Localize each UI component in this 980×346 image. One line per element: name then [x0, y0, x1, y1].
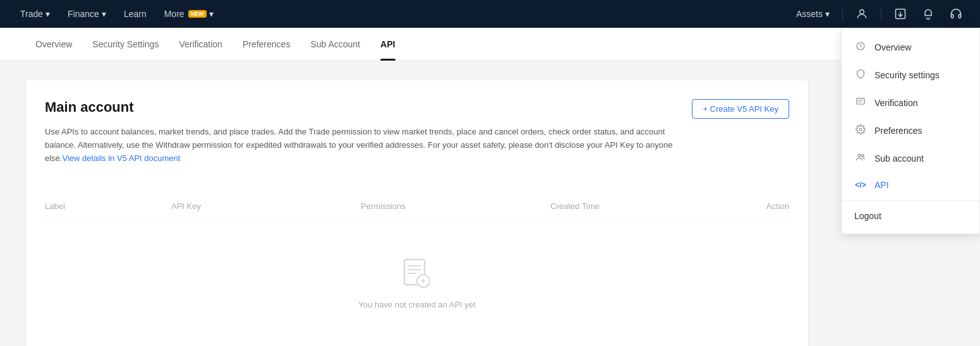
- user-dropdown-panel: Overview Security settings Verification …: [841, 28, 980, 234]
- download-icon-btn[interactable]: [889, 8, 912, 20]
- empty-state-icon: [399, 256, 435, 291]
- dropdown-divider: [842, 200, 979, 201]
- nav-more-badge: NEW: [188, 10, 207, 18]
- tab-verification-label: Verification: [179, 39, 222, 49]
- svg-point-13: [859, 128, 862, 131]
- tab-sub-account[interactable]: Sub Account: [300, 28, 370, 61]
- dropdown-api-label: API: [874, 180, 889, 190]
- overview-icon: [854, 41, 867, 54]
- empty-state-text: You have not created an API yet: [358, 300, 475, 309]
- assets-chevron-icon: ▾: [825, 9, 830, 19]
- card-top-row: Main account Use APIs to account balance…: [45, 99, 789, 180]
- api-card: Main account Use APIs to account balance…: [25, 80, 809, 346]
- tab-verification[interactable]: Verification: [169, 28, 232, 61]
- dropdown-overview-label: Overview: [874, 42, 911, 52]
- dropdown-preferences-label: Preferences: [874, 126, 922, 136]
- api-icon: </>: [854, 181, 867, 189]
- nav-learn-label: Learn: [124, 9, 147, 19]
- assets-label: Assets: [796, 9, 823, 19]
- col-action: Action: [727, 201, 789, 211]
- logout-button[interactable]: Logout: [842, 203, 979, 229]
- dropdown-verification-label: Verification: [874, 98, 917, 108]
- svg-rect-10: [857, 98, 864, 104]
- nav-more-label: More: [164, 9, 185, 19]
- user-icon: [856, 8, 868, 20]
- dropdown-security-label: Security settings: [874, 70, 940, 80]
- top-nav: Trade ▾ Finance ▾ Learn More NEW ▾ Asset…: [0, 0, 980, 28]
- card-desc: Use APIs to account balances, market tre…: [45, 126, 692, 165]
- subaccount-icon: [854, 152, 867, 165]
- tab-overview-label: Overview: [35, 39, 72, 49]
- svg-point-14: [858, 154, 861, 157]
- verification-icon: [854, 97, 867, 109]
- col-permissions: Permissions: [361, 201, 550, 211]
- card-left: Main account Use APIs to account balance…: [45, 99, 692, 180]
- tab-security-settings-label: Security Settings: [92, 39, 159, 49]
- nav-learn[interactable]: Learn: [116, 0, 154, 28]
- create-api-key-button[interactable]: + Create V5 API Key: [692, 99, 789, 119]
- card-title: Main account: [45, 99, 692, 116]
- dropdown-item-api[interactable]: </> API: [842, 172, 979, 198]
- dropdown-item-security[interactable]: Security settings: [842, 61, 979, 89]
- preferences-icon: [854, 124, 867, 137]
- tab-sub-account-label: Sub Account: [310, 39, 360, 49]
- table-header: Label API Key Permissions Created Time A…: [45, 195, 789, 218]
- user-icon-btn[interactable]: [850, 8, 873, 20]
- col-api-key: API Key: [171, 201, 361, 211]
- svg-point-15: [862, 155, 864, 157]
- assets-button[interactable]: Assets ▾: [791, 9, 835, 19]
- nav-trade-label: Trade: [20, 9, 43, 19]
- bell-icon-btn[interactable]: [917, 8, 940, 20]
- dropdown-item-subaccount[interactable]: Sub account: [842, 145, 979, 172]
- nav-divider-2: [881, 8, 881, 20]
- nav-trade[interactable]: Trade ▾: [13, 0, 57, 28]
- tab-api-label: API: [380, 39, 395, 49]
- top-nav-left: Trade ▾ Finance ▾ Learn More NEW ▾: [13, 0, 221, 28]
- more-chevron-icon: ▾: [209, 9, 214, 19]
- dropdown-subaccount-label: Sub account: [874, 153, 924, 164]
- dropdown-item-verification[interactable]: Verification: [842, 89, 979, 117]
- download-icon: [894, 8, 907, 20]
- tab-security-settings[interactable]: Security Settings: [82, 28, 169, 61]
- col-created-time: Created Time: [550, 201, 727, 211]
- tab-overview[interactable]: Overview: [25, 28, 82, 61]
- api-doc-link[interactable]: View details in V5 API document: [62, 153, 180, 163]
- tab-preferences-label: Preferences: [243, 39, 290, 49]
- security-icon: [854, 69, 867, 81]
- main-content: Main account Use APIs to account balance…: [0, 61, 834, 346]
- dropdown-item-preferences[interactable]: Preferences: [842, 117, 979, 145]
- finance-chevron-icon: ▾: [102, 9, 106, 19]
- secondary-nav: Overview Security Settings Verification …: [0, 28, 980, 61]
- api-doc-link-text: View details in V5 API document: [62, 153, 180, 163]
- nav-divider-1: [842, 8, 843, 20]
- top-nav-right: Assets ▾: [791, 8, 967, 20]
- nav-more[interactable]: More NEW ▾: [157, 0, 221, 28]
- tab-preferences[interactable]: Preferences: [233, 28, 300, 61]
- svg-point-0: [860, 9, 864, 14]
- headset-icon-btn[interactable]: [945, 8, 967, 20]
- bell-icon: [922, 8, 935, 20]
- tab-api[interactable]: API: [370, 28, 405, 61]
- col-label: Label: [45, 201, 171, 211]
- dropdown-item-overview[interactable]: Overview: [842, 33, 979, 61]
- empty-state: You have not created an API yet: [45, 218, 789, 335]
- nav-finance[interactable]: Finance ▾: [60, 0, 114, 28]
- headset-icon: [950, 8, 962, 20]
- nav-finance-label: Finance: [68, 9, 99, 19]
- trade-chevron-icon: ▾: [45, 9, 50, 19]
